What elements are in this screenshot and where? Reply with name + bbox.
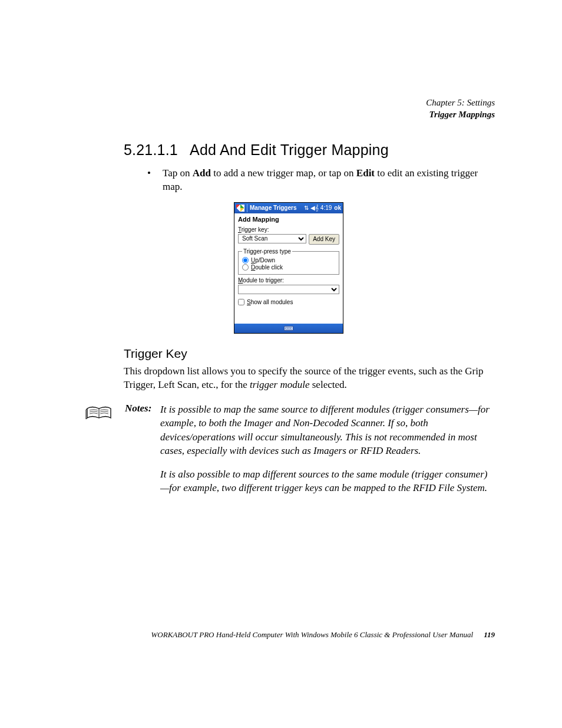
instruction-bullet: Tap on Add to add a new trigger map, or …: [147, 167, 495, 194]
clock: 4:19: [320, 205, 332, 211]
subsection-paragraph: This dropdown list allows you to specify…: [124, 364, 495, 392]
group-legend: Trigger-press type: [242, 248, 292, 255]
section-title-text: Add And Edit Trigger Mapping: [190, 141, 389, 158]
windows-start-icon[interactable]: [236, 205, 244, 212]
keyboard-icon[interactable]: [284, 326, 293, 331]
page-footer: WORKABOUT PRO Hand-Held Computer With Wi…: [82, 630, 495, 640]
radio-updown-label: Up/Down: [251, 257, 275, 263]
show-all-modules-checkbox[interactable]: [238, 299, 244, 305]
show-all-modules-label: Show all modules: [247, 299, 293, 305]
trigger-key-select[interactable]: Soft Scan: [238, 234, 306, 243]
section-heading: 5.21.1.1 Add And Edit Trigger Mapping: [124, 141, 495, 159]
radio-updown[interactable]: [242, 257, 249, 263]
footer-text: WORKABOUT PRO Hand-Held Computer With Wi…: [151, 630, 473, 640]
section-line: Trigger Mappings: [82, 109, 495, 121]
device-titlebar: Manage Triggers ⇅ ◀𝄞 4:19 ok: [234, 203, 343, 213]
device-screenshot: Manage Triggers ⇅ ◀𝄞 4:19 ok Add Mapping…: [234, 202, 343, 334]
page-number: 119: [484, 630, 495, 640]
notes-p1: It is possible to map the same source to…: [160, 403, 495, 458]
trigger-key-label: Trigger key:: [238, 226, 339, 233]
connectivity-icon[interactable]: ⇅: [304, 205, 309, 211]
window-title: Manage Triggers: [250, 205, 296, 211]
section-number: 5.21.1.1: [124, 141, 178, 158]
volume-icon[interactable]: ◀𝄞: [310, 205, 319, 212]
trigger-press-type-group: Trigger-press type Up/Down Double click: [238, 248, 339, 275]
book-icon: [85, 405, 113, 421]
subsection-heading: Trigger Key: [124, 347, 495, 361]
notes-text: It is possible to map the same source to…: [160, 403, 495, 505]
add-key-button[interactable]: Add Key: [309, 234, 339, 245]
radio-doubleclick[interactable]: [242, 264, 249, 271]
dialog-heading: Add Mapping: [238, 216, 339, 223]
radio-doubleclick-label: Double click: [251, 264, 283, 271]
module-label: Module to trigger:: [238, 277, 339, 284]
page-header: Chapter 5: Settings Trigger Mappings: [82, 97, 495, 120]
notes-label: Notes:: [119, 403, 154, 505]
ok-button[interactable]: ok: [334, 205, 341, 211]
chapter-line: Chapter 5: Settings: [82, 97, 495, 109]
notes-p2: It is also possible to map different sou…: [160, 467, 495, 495]
notes-block: Notes: It is possible to map the same so…: [85, 403, 495, 505]
module-select[interactable]: [238, 285, 339, 294]
